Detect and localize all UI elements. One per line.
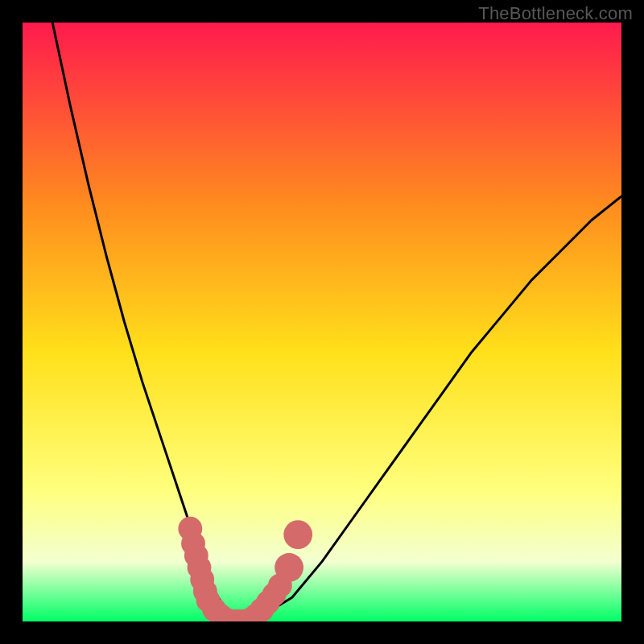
watermark-text: TheBottleneck.com: [478, 3, 633, 24]
plot-area: [23, 23, 621, 621]
gradient-background: [23, 23, 621, 621]
chart-frame: TheBottleneck.com: [0, 0, 644, 644]
data-marker: [275, 553, 303, 582]
data-marker: [283, 520, 312, 549]
bottleneck-chart: [23, 23, 621, 621]
